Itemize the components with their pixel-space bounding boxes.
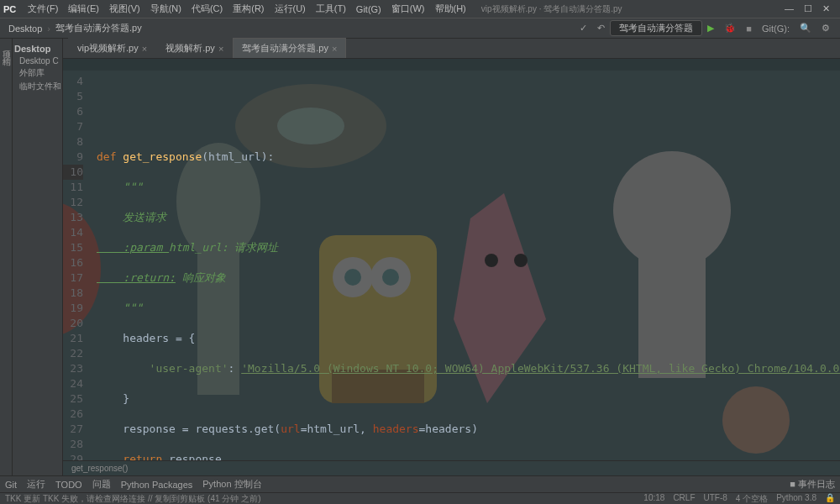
- maximize-icon[interactable]: ☐: [804, 3, 812, 14]
- menu-file[interactable]: 文件(F): [23, 1, 63, 17]
- console-tool-button[interactable]: Python 控制台: [202, 478, 261, 491]
- menu-help[interactable]: 帮助(H): [430, 1, 471, 17]
- breadcrumb-file[interactable]: 驾考自动满分答题.py: [52, 22, 145, 34]
- line-gutter: 4567891011121314151617181920212223242526…: [63, 71, 88, 460]
- undo-icon[interactable]: ↶: [592, 21, 610, 35]
- run-icon[interactable]: ▶: [702, 21, 719, 35]
- git-toolbar-label[interactable]: Git(G):: [757, 22, 795, 35]
- event-log-button[interactable]: ■ 事件日志: [790, 478, 835, 491]
- menu-tools[interactable]: 工具(T): [311, 1, 351, 17]
- menu-run[interactable]: 运行(U): [270, 1, 311, 17]
- left-tool-stripe: 项目 结构: [0, 39, 13, 475]
- close-icon[interactable]: ✕: [822, 3, 830, 14]
- minimize-icon[interactable]: —: [785, 3, 794, 14]
- debug-icon[interactable]: 🐞: [719, 21, 741, 35]
- navigation-bar: Desktop › 驾考自动满分答题.py ✓ ↶ 驾考自动满分答题 ▶ 🐞 ■…: [0, 18, 840, 39]
- menu-navigate[interactable]: 导航(N): [145, 1, 186, 17]
- bottom-tool-stripe: Git 运行 TODO 问题 Python Packages Python 控制…: [0, 475, 840, 492]
- line-ending[interactable]: CRLF: [673, 493, 695, 505]
- project-header: Desktop: [14, 42, 60, 55]
- menu-bar: PC 文件(F) 编辑(E) 视图(V) 导航(N) 代码(C) 重构(R) 运…: [0, 0, 840, 18]
- status-bar: TKK 更新 TKK 失败，请检查网络连接 // 复制到剪贴板 (41 分钟 之…: [0, 492, 840, 504]
- file-encoding[interactable]: UTF-8: [704, 493, 727, 505]
- indent-setting[interactable]: 4 个空格: [736, 493, 768, 505]
- run-configuration-select[interactable]: 驾考自动满分答题: [610, 20, 702, 36]
- menu-git[interactable]: Git(G): [351, 3, 386, 16]
- vcs-pull-icon[interactable]: ✓: [575, 21, 592, 35]
- project-node[interactable]: Desktop C: [14, 55, 60, 66]
- search-icon[interactable]: 🔍: [795, 21, 816, 35]
- editor-area: vip视频解析.py× 视频解析.py× 驾考自动满分答题.py× ⚠6 ▲7 …: [63, 39, 840, 475]
- code-body[interactable]: def get_response(html_url): """ 发送请求 :pa…: [88, 71, 840, 460]
- app-logo: PC: [3, 4, 16, 14]
- todo-tool-button[interactable]: TODO: [55, 480, 82, 490]
- breadcrumb-root[interactable]: Desktop: [5, 24, 45, 34]
- problems-tool-button[interactable]: 问题: [92, 478, 111, 491]
- cursor-position[interactable]: 10:18: [643, 493, 664, 505]
- stop-icon[interactable]: ■: [741, 22, 757, 35]
- chevron-right-icon: ›: [45, 24, 52, 34]
- editor-tab[interactable]: 驾考自动满分答题.py×: [233, 38, 346, 58]
- project-node[interactable]: 临时文件和: [14, 80, 60, 93]
- close-tab-icon[interactable]: ×: [218, 44, 223, 54]
- lock-icon[interactable]: 🔒: [825, 493, 835, 505]
- inspection-widget[interactable]: ⚠6 ▲7 ✓1 ˄˅: [63, 59, 840, 71]
- menu-edit[interactable]: 编辑(E): [63, 1, 104, 17]
- editor-tab[interactable]: 视频解析.py×: [156, 38, 233, 58]
- editor-tab[interactable]: vip视频解析.py×: [68, 38, 156, 58]
- close-tab-icon[interactable]: ×: [142, 44, 147, 54]
- menu-refactor[interactable]: 重构(R): [228, 1, 269, 17]
- project-tool-window[interactable]: Desktop Desktop C 外部库 临时文件和: [13, 39, 63, 475]
- git-tool-button[interactable]: Git: [5, 480, 17, 490]
- close-tab-icon[interactable]: ×: [332, 44, 337, 54]
- code-editor[interactable]: 4567891011121314151617181920212223242526…: [63, 71, 840, 460]
- menu-view[interactable]: 视图(V): [104, 1, 145, 17]
- breadcrumb-bar[interactable]: get_response(): [63, 460, 840, 475]
- project-node[interactable]: 外部库: [14, 66, 60, 80]
- status-message: TKK 更新 TKK 失败，请检查网络连接 // 复制到剪贴板 (41 分钟 之…: [5, 493, 260, 505]
- settings-icon[interactable]: ⚙: [816, 21, 835, 35]
- window-title: vip视频解析.py · 驾考自动满分答题.py: [481, 3, 622, 15]
- menu-window[interactable]: 窗口(W): [386, 1, 430, 17]
- editor-tabs: vip视频解析.py× 视频解析.py× 驾考自动满分答题.py×: [63, 39, 840, 59]
- interpreter[interactable]: Python 3.8: [776, 493, 816, 505]
- menu-code[interactable]: 代码(C): [186, 1, 228, 17]
- run-tool-button[interactable]: 运行: [27, 478, 45, 491]
- packages-tool-button[interactable]: Python Packages: [121, 480, 193, 490]
